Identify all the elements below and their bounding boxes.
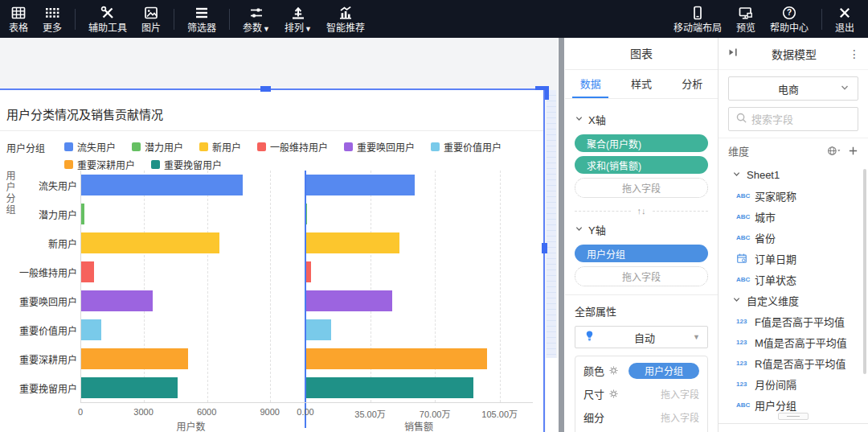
legend-item[interactable]: 重要唤回用户 bbox=[344, 140, 415, 154]
plot-users[interactable] bbox=[80, 171, 301, 402]
toolbar-button-mobile-layout[interactable]: 移动端布局 bbox=[666, 0, 729, 38]
toolbar-button-params[interactable]: 参数▼ bbox=[235, 0, 277, 38]
bar-0-0[interactable] bbox=[81, 175, 243, 195]
toolbar-button-more[interactable]: 更多 bbox=[35, 0, 69, 38]
sliders-icon bbox=[248, 5, 264, 21]
legend-item[interactable]: 流失用户 bbox=[64, 140, 116, 154]
collapse-panel-icon[interactable] bbox=[727, 46, 739, 61]
marker-type-dropdown[interactable]: 自动 ▼ bbox=[575, 326, 708, 348]
text-field-icon: ABC bbox=[736, 234, 755, 241]
field-row[interactable]: ABC 买家昵称 bbox=[719, 185, 868, 206]
top-toolbar: 表格 更多 辅助工具 图片 筛选器 参数▼ bbox=[0, 0, 868, 38]
detail-drop-zone[interactable]: 拖入字段 bbox=[661, 410, 699, 424]
dashboard-canvas[interactable]: 用户分类情况及销售贡献情况 用户分组 流失用户 潜力用户 新用户 一般维持用户 … bbox=[0, 38, 558, 432]
field-row[interactable]: 123 F值是否高于平均值 bbox=[719, 311, 868, 331]
field-pill-sum-sales[interactable]: 求和(销售额) bbox=[575, 156, 708, 174]
legend-item[interactable]: 新用户 bbox=[199, 140, 241, 154]
search-input[interactable] bbox=[751, 113, 851, 125]
dataset-dropdown[interactable]: 电商 bbox=[728, 76, 858, 101]
toolbar-button-table[interactable]: 表格 bbox=[2, 0, 35, 38]
x-axis-drop-zone[interactable]: 拖入字段 bbox=[575, 178, 708, 198]
tab-analysis[interactable]: 分析 bbox=[667, 70, 718, 98]
bar-0-5[interactable] bbox=[81, 319, 101, 340]
kebab-menu-icon[interactable]: ⋮ bbox=[849, 48, 860, 60]
gridline bbox=[500, 171, 501, 402]
toolbar-separator bbox=[75, 9, 76, 30]
field-pill-aggregate-users[interactable]: 聚合(用户数) bbox=[575, 134, 708, 152]
prop-row-detail: 细分 拖入字段 bbox=[583, 405, 699, 429]
legend-title: 用户分组 bbox=[6, 140, 45, 154]
tab-style[interactable]: 样式 bbox=[616, 70, 666, 98]
bar-0-6[interactable] bbox=[81, 348, 188, 369]
field-group-row[interactable]: Sheet1 bbox=[719, 164, 868, 185]
field-row[interactable]: 123 R值是否高于平均值 bbox=[719, 352, 868, 373]
field-row[interactable]: ABC 城市 bbox=[719, 206, 868, 227]
legend-item[interactable]: 潜力用户 bbox=[132, 140, 183, 154]
plot-sales[interactable] bbox=[305, 171, 532, 402]
toolbar-button-filter[interactable]: 筛选器 bbox=[180, 0, 223, 38]
tick-label: 0 bbox=[78, 407, 83, 417]
toolbar-button-smart-recommend[interactable]: 智能推荐 bbox=[319, 0, 372, 38]
toolbar-button-help-center[interactable]: ? 帮助中心 bbox=[763, 0, 816, 38]
bar-1-2[interactable] bbox=[305, 232, 399, 253]
bar-1-6[interactable] bbox=[305, 348, 487, 369]
scrollbar-thumb[interactable] bbox=[559, 38, 564, 432]
field-row[interactable]: ABC 省份 bbox=[719, 227, 868, 248]
chevron-down-icon: ▼ bbox=[263, 25, 270, 33]
number-field-icon: 123 bbox=[736, 318, 755, 325]
field-row[interactable]: ABC 订单状态 bbox=[719, 269, 868, 290]
toolbar-button-aux-tools[interactable]: 辅助工具 bbox=[81, 0, 134, 38]
toolbar-button-exit[interactable]: 退出 bbox=[828, 0, 862, 38]
field-row[interactable]: 123 M值是否高于平均值 bbox=[719, 331, 868, 352]
field-row[interactable]: 123 月份间隔 bbox=[719, 373, 868, 394]
x-axis-section-header[interactable]: X轴 bbox=[575, 112, 708, 127]
bar-1-0[interactable] bbox=[305, 175, 415, 195]
legend-item[interactable]: 重要深耕用户 bbox=[64, 158, 135, 171]
phone-icon bbox=[690, 5, 706, 21]
field-group-row[interactable]: 自定义维度 bbox=[719, 290, 868, 311]
bar-1-7[interactable] bbox=[305, 377, 473, 398]
gear-icon[interactable] bbox=[608, 389, 619, 399]
add-field-icon[interactable] bbox=[848, 146, 858, 156]
field-row[interactable]: 订单日期 bbox=[719, 248, 868, 269]
chart-widget[interactable]: 用户分类情况及销售贡献情况 用户分组 流失用户 潜力用户 新用户 一般维持用户 … bbox=[0, 88, 545, 432]
data-model-panel: 数据模型 ⋮ 电商 维度 bbox=[718, 38, 868, 432]
bar-1-5[interactable] bbox=[305, 319, 331, 340]
size-drop-zone[interactable]: 拖入字段 bbox=[661, 387, 699, 401]
date-field-icon bbox=[736, 253, 755, 264]
legend-item[interactable]: 重要价值用户 bbox=[431, 140, 502, 154]
swap-axes-icon[interactable]: ↑↓ bbox=[637, 206, 646, 216]
x-axis-title-sales: 销售额 bbox=[305, 419, 532, 432]
bar-0-7[interactable] bbox=[81, 377, 178, 398]
bar-0-1[interactable] bbox=[81, 204, 84, 224]
legend-item[interactable]: 重要挽留用户 bbox=[151, 158, 222, 171]
bar-0-3[interactable] bbox=[81, 261, 94, 282]
bar-1-4[interactable] bbox=[305, 290, 392, 311]
bar-0-2[interactable] bbox=[81, 232, 219, 253]
resize-handle-corner[interactable] bbox=[545, 86, 549, 100]
tools-icon bbox=[100, 5, 116, 21]
toolbar-group: 筛选器 bbox=[180, 0, 223, 38]
gear-icon[interactable] bbox=[608, 365, 619, 376]
toolbar-button-arrange[interactable]: 排列▼ bbox=[277, 0, 319, 38]
section-collapse-handle[interactable] bbox=[778, 413, 809, 420]
resize-handle-right[interactable] bbox=[542, 243, 547, 253]
search-icon bbox=[735, 112, 747, 126]
color-field-pill[interactable]: 用户分组 bbox=[628, 363, 699, 379]
number-field-icon: 123 bbox=[736, 339, 755, 346]
bar-0-4[interactable] bbox=[81, 290, 153, 311]
legend-item[interactable]: 一般维持用户 bbox=[257, 140, 328, 154]
smart-chart-icon bbox=[338, 5, 354, 21]
field-pill-user-group[interactable]: 用户分组 bbox=[575, 245, 708, 262]
resize-handle-top[interactable] bbox=[260, 86, 271, 92]
prop-row-label: 标签 拖入字段 bbox=[583, 429, 699, 432]
y-axis-section-header[interactable]: Y轴 bbox=[575, 222, 708, 237]
y-axis-drop-zone[interactable]: 拖入字段 bbox=[575, 266, 708, 286]
panel-scrollbar-thumb[interactable] bbox=[863, 169, 866, 374]
globe-dropdown-icon[interactable] bbox=[827, 145, 841, 157]
toolbar-button-image[interactable]: 图片 bbox=[134, 0, 168, 38]
tab-data[interactable]: 数据 bbox=[565, 70, 616, 98]
legend-swatch bbox=[151, 160, 160, 169]
bar-1-3[interactable] bbox=[305, 261, 311, 282]
toolbar-button-preview[interactable]: 预览 bbox=[729, 0, 763, 38]
